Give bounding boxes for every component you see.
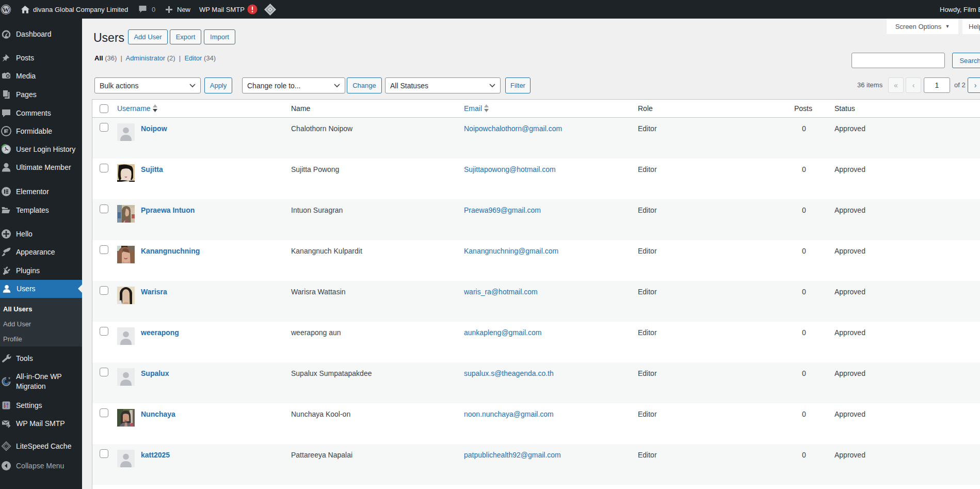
- svg-text:W: W: [3, 6, 10, 13]
